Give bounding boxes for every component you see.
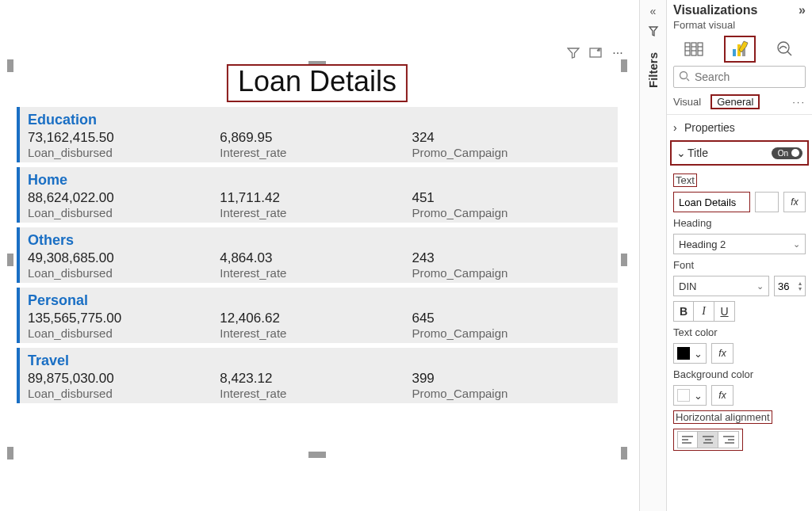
section-title-label: Title [688, 147, 772, 159]
more-options-icon[interactable]: ··· [611, 46, 625, 60]
metric-label: Loan_disbursed [28, 266, 220, 280]
visual-title-box: Loan Details [227, 64, 408, 102]
card-row[interactable]: Travel 89,875,030.00Loan_disbursed 8,423… [17, 348, 618, 403]
resize-handle[interactable] [7, 254, 13, 266]
chevron-right-icon: › [673, 121, 684, 134]
card-category: Personal [28, 292, 610, 309]
report-canvas[interactable]: ··· Loan Details Education 73,162,415.50… [0, 0, 639, 511]
card-category: Others [28, 232, 610, 249]
font-family-value: DIN [679, 280, 696, 292]
resize-handle[interactable] [621, 59, 627, 72]
metric-label: Promo_Campaign [412, 266, 603, 280]
filters-pane-collapsed[interactable]: « Filters [639, 0, 666, 511]
metric-value: 645 [412, 311, 603, 326]
tab-visual[interactable]: Visual [673, 96, 701, 108]
focus-mode-icon[interactable] [588, 46, 603, 60]
visual-header-icons: ··· [566, 46, 625, 60]
section-properties-label: Properties [684, 121, 806, 134]
metric-label: Promo_Campaign [412, 326, 603, 340]
title-toggle[interactable]: On [772, 147, 802, 159]
underline-button[interactable]: U [714, 301, 735, 322]
title-text-label: Text [673, 174, 697, 187]
metric-value: 4,864.03 [220, 250, 412, 266]
card-category: Travel [28, 353, 610, 369]
metric-value: 8,423.12 [220, 371, 412, 387]
metric-value: 12,406.62 [220, 311, 412, 326]
metric-label: Loan_disbursed [28, 146, 220, 159]
fx-button[interactable]: fx [711, 343, 733, 364]
build-visual-icon[interactable] [682, 39, 707, 59]
svg-rect-2 [691, 43, 696, 55]
align-left-button[interactable] [677, 431, 698, 448]
title-text-input[interactable] [679, 196, 745, 208]
italic-button[interactable]: I [694, 301, 714, 322]
metric-label: Promo_Campaign [412, 387, 603, 400]
metric-label: Loan_disbursed [28, 387, 220, 400]
visual-title-text: Loan Details [238, 65, 396, 97]
font-label: Font [673, 259, 806, 271]
font-size-input[interactable]: ▴▾ [774, 276, 806, 296]
analytics-icon[interactable] [772, 39, 798, 59]
search-icon [679, 71, 690, 84]
search-input[interactable] [673, 66, 806, 88]
resize-handle[interactable] [7, 447, 13, 460]
collapse-pane-icon[interactable]: » [799, 3, 806, 17]
metric-label: Interest_rate [220, 146, 412, 159]
svg-point-14 [680, 71, 688, 78]
svg-rect-1 [685, 43, 690, 55]
align-center-button[interactable] [698, 431, 718, 448]
halign-label: Horizontal alignment [673, 410, 772, 424]
metric-value: 135,565,775.00 [28, 311, 220, 326]
card-row[interactable]: Personal 135,565,775.00Loan_disbursed 12… [17, 288, 618, 343]
metric-value: 6,869.95 [220, 130, 412, 146]
text-color-label: Text color [673, 326, 806, 338]
metric-value: 11,711.42 [220, 190, 412, 206]
svg-rect-10 [733, 49, 736, 56]
card-category: Education [28, 112, 610, 128]
filters-icon [647, 25, 660, 41]
filters-pane-label: Filters [646, 52, 660, 88]
align-right-button[interactable] [718, 431, 739, 448]
fx-button[interactable]: fx [711, 385, 733, 406]
metric-value: 73,162,415.50 [28, 130, 220, 146]
filter-icon[interactable] [566, 46, 580, 60]
section-title-header[interactable]: ⌄ Title On [672, 142, 807, 164]
font-family-select[interactable]: DIN ⌄ [673, 276, 769, 296]
visualizations-pane: Visualizations » Format visual [666, 0, 812, 511]
spinner-icon[interactable]: ▴▾ [797, 280, 802, 292]
toggle-knob [791, 149, 799, 157]
card-row[interactable]: Others 49,308,685.00Loan_disbursed 4,864… [17, 227, 618, 283]
svg-rect-3 [698, 43, 703, 55]
svg-point-13 [778, 42, 789, 53]
expand-pane-icon[interactable]: « [650, 5, 657, 17]
format-visual-icon[interactable] [727, 39, 753, 59]
resize-handle[interactable] [621, 254, 627, 266]
metric-label: Promo_Campaign [412, 206, 603, 219]
visualizations-header: Visualizations [673, 3, 757, 17]
resize-handle[interactable] [7, 59, 13, 72]
metric-label: Promo_Campaign [412, 146, 603, 159]
bg-color-picker[interactable]: ⌄ [673, 385, 707, 406]
text-color-picker[interactable]: ⌄ [673, 343, 707, 364]
chevron-down-icon: ⌄ [756, 281, 764, 292]
tabs-more-icon[interactable]: ··· [792, 96, 806, 108]
metric-value: 89,875,030.00 [28, 371, 220, 387]
metric-label: Interest_rate [220, 266, 412, 280]
card-row[interactable]: Home 88,624,022.00Loan_disbursed 11,711.… [17, 167, 618, 223]
fx-button[interactable]: fx [783, 192, 806, 212]
chevron-down-icon: ⌄ [676, 147, 688, 159]
font-size-field[interactable] [778, 280, 797, 292]
section-title: ⌄ Title On [670, 140, 809, 166]
bg-color-label: Background color [673, 368, 806, 380]
selected-visual[interactable]: Loan Details Education 73,162,415.50Loan… [10, 63, 625, 456]
bold-button[interactable]: B [673, 301, 694, 322]
search-field[interactable] [695, 71, 812, 83]
chevron-down-icon: ⌄ [694, 390, 703, 402]
heading-select[interactable]: Heading 2 ⌄ [673, 234, 806, 254]
tab-general[interactable]: General [710, 94, 760, 109]
card-category: Home [28, 172, 610, 189]
toggle-label: On [778, 149, 788, 158]
resize-handle[interactable] [621, 447, 627, 460]
card-row[interactable]: Education 73,162,415.50Loan_disbursed 6,… [17, 107, 618, 162]
section-properties[interactable]: › Properties [667, 115, 812, 140]
